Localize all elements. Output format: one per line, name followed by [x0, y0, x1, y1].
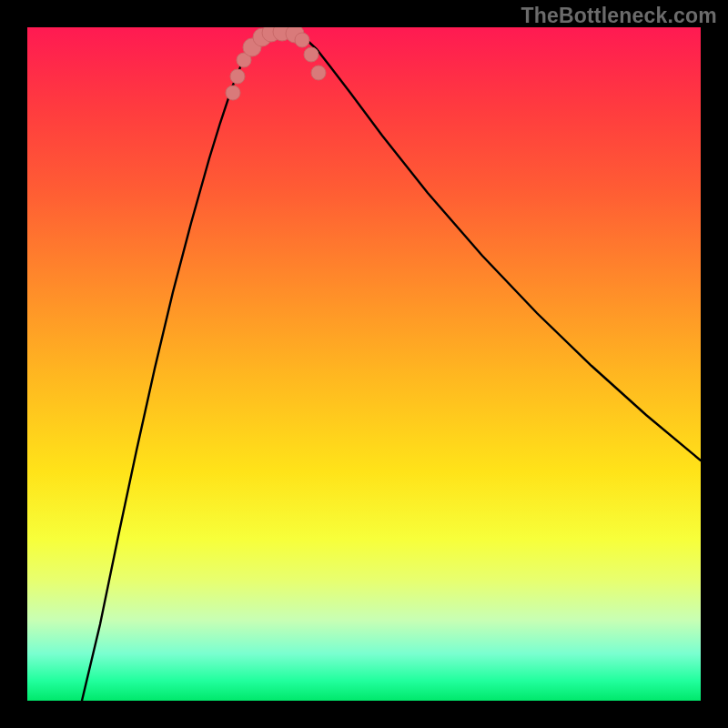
- watermark-text: TheBottleneck.com: [521, 4, 717, 28]
- curve-markers: [226, 27, 326, 100]
- marker-dot: [311, 66, 326, 80]
- curve-left-branch: [82, 30, 266, 701]
- marker-dot: [230, 69, 245, 84]
- plot-area: [27, 27, 701, 701]
- marker-dot: [304, 47, 318, 62]
- bottleneck-curve-svg: [27, 27, 701, 701]
- chart-frame: TheBottleneck.com: [0, 0, 728, 728]
- marker-dot: [295, 33, 309, 47]
- curve-right-branch: [296, 31, 701, 460]
- marker-dot: [226, 86, 240, 100]
